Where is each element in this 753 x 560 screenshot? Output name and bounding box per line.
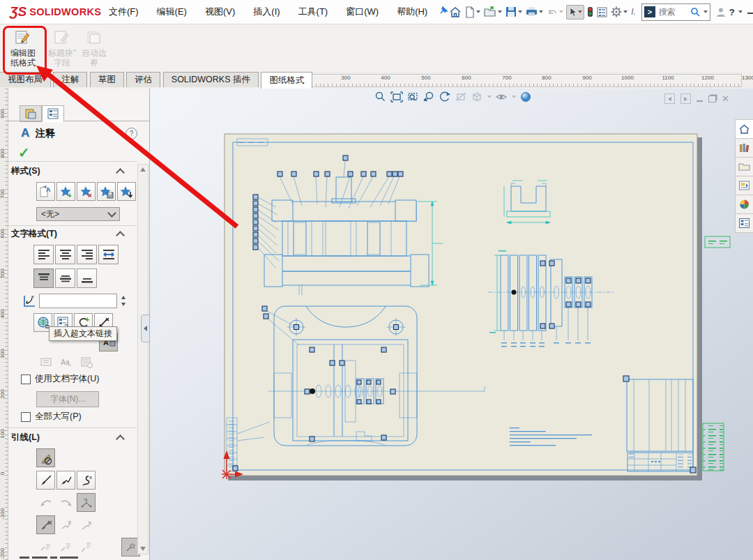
render-settings-icon[interactable] [519, 91, 532, 103]
delete-style-button[interactable]: × [77, 182, 96, 201]
align-left-button[interactable] [33, 245, 54, 264]
align-right-button[interactable] [77, 245, 97, 264]
drawing-sheet-canvas[interactable] [150, 89, 753, 560]
settings-gear-button[interactable] [610, 3, 628, 21]
instant2d-button[interactable]: I. [630, 3, 637, 21]
menu-view[interactable]: 视图(V) [204, 4, 236, 20]
print-caret[interactable] [539, 10, 543, 13]
user-account-icon[interactable] [715, 3, 727, 21]
save-button[interactable] [505, 3, 523, 21]
leader-collapse-chevron[interactable] [116, 434, 125, 444]
open-caret[interactable] [498, 10, 502, 13]
save-caret[interactable] [518, 10, 522, 13]
appearances-icon[interactable] [735, 195, 753, 214]
open-button[interactable] [483, 3, 503, 21]
menu-tools[interactable]: 工具(T) [297, 4, 330, 20]
menu-help[interactable]: 帮助(H) [395, 4, 429, 20]
file-explorer-icon[interactable] [735, 157, 753, 176]
doc-restore-button[interactable] [708, 96, 716, 103]
previous-window-button[interactable] [664, 93, 675, 104]
help-caret[interactable] [738, 10, 743, 13]
hide-show-items-icon[interactable] [495, 91, 508, 103]
tab-sheet-format[interactable]: 图纸格式 [261, 72, 312, 89]
save-style-button[interactable] [97, 182, 116, 201]
scroll-up-arrow[interactable] [140, 167, 146, 172]
hide-show-caret[interactable] [512, 96, 516, 98]
scroll-down-arrow[interactable] [140, 547, 146, 551]
panel-splitter-handle[interactable] [141, 315, 150, 342]
text-format-collapse-chevron[interactable] [116, 231, 125, 240]
pin-menu-icon[interactable] [439, 6, 448, 18]
menu-window[interactable]: 窗口(W) [344, 4, 380, 20]
load-style-button[interactable] [117, 182, 136, 201]
underlined-leader-button[interactable]: x [77, 471, 96, 490]
display-style-caret[interactable] [487, 96, 492, 98]
add-style-button[interactable]: + [56, 182, 75, 201]
panel-scrollbar[interactable] [137, 164, 149, 554]
menu-insert[interactable]: 插入(I) [252, 4, 281, 20]
leader-x-button[interactable] [36, 515, 55, 534]
previous-view-icon[interactable] [423, 91, 435, 103]
apply-default-style-button[interactable]: A [36, 182, 55, 201]
all-caps-checkbox[interactable] [21, 412, 31, 422]
options-list-button[interactable] [596, 3, 608, 21]
menu-file[interactable]: 文件(F) [107, 4, 140, 20]
configuration-tab[interactable] [42, 105, 64, 122]
new-document-caret[interactable] [476, 10, 480, 13]
all-caps-row[interactable]: 全部大写(P) [21, 411, 82, 423]
graphics-area[interactable]: ✕ [150, 89, 753, 560]
search-input[interactable] [657, 6, 688, 17]
zoom-to-fit-icon[interactable] [390, 91, 403, 103]
ok-check-icon[interactable]: ✓ [18, 144, 30, 161]
align-top-button[interactable] [33, 268, 54, 288]
align-middle-button[interactable] [55, 268, 75, 288]
zoom-icon[interactable] [374, 91, 387, 103]
align-center-button[interactable] [55, 245, 75, 264]
tab-annotation[interactable]: 注解 [53, 72, 87, 87]
doc-minimize-button[interactable] [697, 100, 703, 102]
no-leader-button[interactable] [36, 448, 55, 467]
tab-view-layout[interactable]: 视图布局 [0, 72, 51, 87]
style-section-header[interactable]: 样式(S) [11, 165, 40, 177]
justify-button[interactable] [98, 245, 119, 264]
select-tool-caret[interactable] [578, 10, 582, 13]
multi-jog-leader-button[interactable] [77, 493, 96, 512]
home-button[interactable] [448, 3, 462, 21]
edit-sheet-format-button[interactable]: 编辑图 纸格式 [4, 27, 42, 69]
doc-close-button[interactable]: ✕ [722, 93, 729, 104]
leader-section-header[interactable]: 引线(L) [11, 432, 40, 444]
redraw-icon[interactable] [439, 91, 451, 103]
zoom-to-area-icon[interactable] [406, 91, 419, 103]
menu-edit[interactable]: 编辑(E) [155, 4, 188, 20]
angle-spinner[interactable] [119, 294, 128, 308]
text-format-section-header[interactable]: 文字格式(T) [11, 228, 57, 240]
use-document-font-row[interactable]: 使用文档字体(U) [21, 373, 99, 385]
bent-leader-button[interactable] [56, 471, 75, 490]
align-bottom-button[interactable] [77, 268, 97, 288]
style-dropdown[interactable]: <无> [36, 207, 120, 221]
panel-help-icon[interactable]: ? [126, 128, 137, 139]
next-window-button[interactable] [680, 93, 691, 104]
view-palette-icon[interactable] [735, 176, 753, 195]
use-document-font-checkbox[interactable] [21, 374, 31, 384]
search-icon[interactable] [690, 7, 701, 17]
tab-sketch[interactable]: 草图 [90, 72, 124, 87]
style-collapse-chevron[interactable] [116, 168, 125, 177]
search-caret[interactable] [703, 10, 708, 13]
settings-caret[interactable] [623, 10, 628, 13]
help-button[interactable]: ? [729, 3, 736, 21]
tab-solidworks-addins[interactable]: SOLIDWORKS 插件 [163, 72, 259, 87]
angle-input[interactable] [39, 294, 117, 308]
search-box[interactable]: > [641, 3, 710, 21]
propertymanager-tab[interactable] [20, 105, 42, 122]
print-button[interactable] [525, 3, 544, 21]
new-document-button[interactable] [464, 3, 481, 21]
home-tab-icon[interactable] [735, 119, 753, 139]
tab-evaluate[interactable]: 评估 [126, 72, 160, 87]
select-tool-button[interactable] [566, 5, 584, 20]
custom-properties-icon[interactable] [735, 213, 753, 233]
straight-leader-button[interactable] [36, 471, 55, 490]
performance-evaluation-icon[interactable] [586, 3, 594, 21]
minimize-button[interactable] [745, 7, 753, 17]
design-library-icon[interactable] [735, 138, 753, 158]
